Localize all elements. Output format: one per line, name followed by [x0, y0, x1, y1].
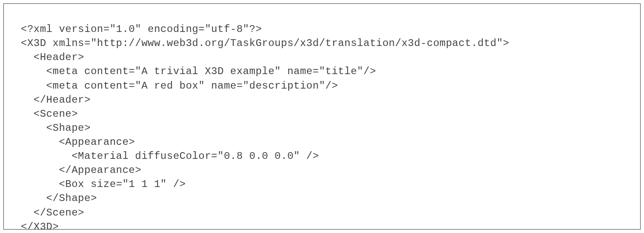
code-line: </Header>	[21, 94, 91, 106]
code-line: <Box size="1 1 1" />	[21, 178, 186, 190]
code-listing-box: <?xml version="1.0" encoding="utf-8"?> <…	[3, 3, 641, 230]
code-line: <Scene>	[21, 108, 78, 120]
code-line: </Scene>	[21, 207, 84, 219]
code-line: <Header>	[21, 52, 84, 63]
code-listing: <?xml version="1.0" encoding="utf-8"?> <…	[21, 8, 636, 233]
code-line: <Appearance>	[21, 136, 135, 148]
code-line: <meta content="A red box" name="descript…	[21, 80, 338, 92]
code-line: <meta content="A trivial X3D example" na…	[21, 66, 376, 77]
code-line: <X3D xmlns="http://www.web3d.org/TaskGro…	[21, 37, 509, 49]
code-line: </Shape>	[21, 193, 97, 204]
code-line: <Shape>	[21, 122, 91, 134]
code-line: </X3D>	[21, 221, 59, 233]
code-line: </Appearance>	[21, 164, 141, 176]
code-line: <Material diffuseColor="0.8 0.0 0.0" />	[21, 150, 319, 162]
code-line: <?xml version="1.0" encoding="utf-8"?>	[21, 23, 262, 35]
